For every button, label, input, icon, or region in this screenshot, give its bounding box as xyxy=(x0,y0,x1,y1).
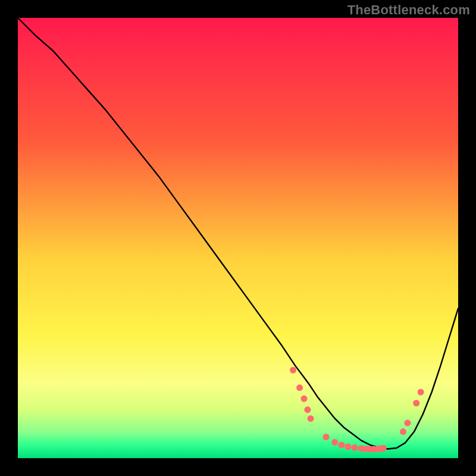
marker-point xyxy=(331,439,338,446)
plot-area xyxy=(18,18,458,458)
marker-point xyxy=(413,400,419,406)
chart-container: TheBottleneck.com xyxy=(0,0,476,476)
marker-point xyxy=(296,384,303,391)
marker-point xyxy=(404,419,411,426)
chart-svg xyxy=(18,18,458,458)
marker-point xyxy=(418,389,424,396)
marker-point xyxy=(301,396,308,402)
highlight-markers xyxy=(290,367,424,453)
marker-point xyxy=(345,443,352,450)
marker-point xyxy=(338,441,345,448)
marker-point xyxy=(323,434,330,440)
marker-point xyxy=(290,367,296,374)
marker-point xyxy=(400,428,406,435)
watermark-text: TheBottleneck.com xyxy=(347,2,470,18)
marker-point xyxy=(304,406,311,413)
marker-point xyxy=(380,445,387,452)
marker-point xyxy=(352,444,358,451)
bottleneck-curve xyxy=(18,18,458,449)
marker-point xyxy=(308,415,314,422)
